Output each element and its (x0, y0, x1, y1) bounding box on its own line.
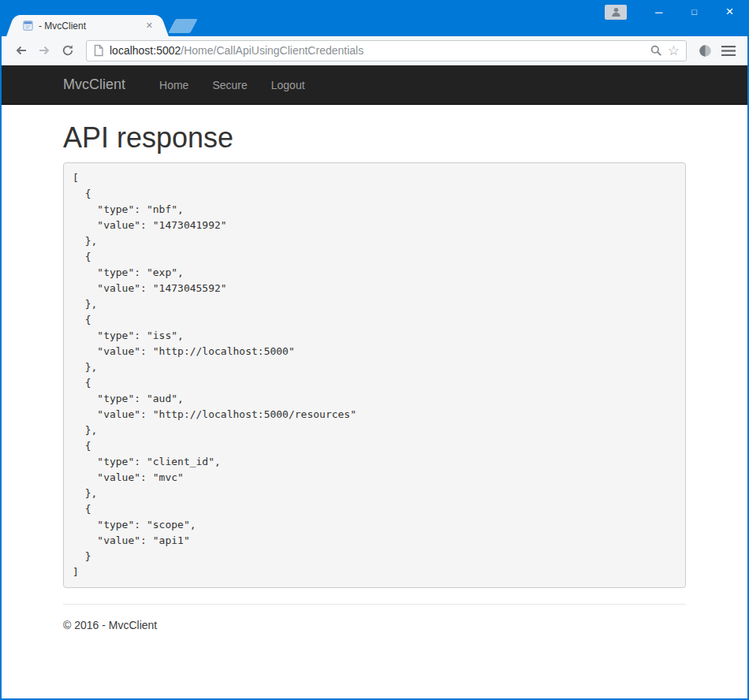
menu-icon[interactable] (717, 39, 740, 61)
minimize-button[interactable]: ─ (641, 0, 676, 24)
page-title: API response (63, 121, 686, 155)
footer-divider (63, 604, 686, 605)
profile-icon[interactable] (605, 5, 627, 20)
tab-close-icon[interactable]: ✕ (144, 20, 155, 31)
new-tab-button[interactable] (168, 19, 198, 33)
api-response-json: [ { "type": "nbf", "value": "1473041992"… (63, 162, 686, 588)
site-footer: © 2016 - MvcClient (63, 619, 686, 631)
zoom-icon[interactable] (650, 44, 662, 57)
browser-toolbar: localhost:5002/Home/CallApiUsingClientCr… (2, 36, 747, 65)
favicon (22, 20, 34, 32)
url-text: localhost:5002/Home/CallApiUsingClientCr… (110, 44, 644, 57)
navbar-brand[interactable]: MvcClient (63, 76, 125, 93)
browser-window: - MvcClient ✕ ─ □ × localhost:5002/Ho (0, 0, 749, 700)
copyright-text: © 2016 - MvcClient (63, 619, 686, 631)
window-controls: ─ □ × (605, 0, 747, 24)
forward-button[interactable] (33, 39, 55, 61)
back-button[interactable] (9, 39, 32, 61)
site-navbar: MvcClient Home Secure Logout (2, 65, 747, 105)
reload-button[interactable] (57, 39, 79, 61)
close-button[interactable]: × (712, 0, 747, 24)
main-container: API response [ { "type": "nbf", "value":… (63, 105, 686, 639)
titlebar: - MvcClient ✕ ─ □ × (2, 0, 747, 36)
nav-link-home[interactable]: Home (147, 79, 200, 91)
maximize-button[interactable]: □ (676, 0, 712, 24)
tab-title: - MvcClient (39, 20, 144, 32)
page-icon (93, 44, 104, 57)
bookmark-star-icon[interactable]: ☆ (668, 44, 680, 58)
address-bar[interactable]: localhost:5002/Home/CallApiUsingClientCr… (86, 40, 687, 61)
browser-tab[interactable]: - MvcClient ✕ (16, 15, 159, 36)
url-host: localhost:5002 (110, 44, 181, 57)
nav-link-secure[interactable]: Secure (200, 79, 259, 91)
navbar-inner: MvcClient Home Secure Logout (63, 65, 686, 104)
extension-icon[interactable] (694, 39, 716, 61)
page-content: MvcClient Home Secure Logout API respons… (2, 65, 747, 698)
nav-link-logout[interactable]: Logout (259, 79, 317, 91)
url-path: /Home/CallApiUsingClientCredentials (181, 44, 363, 57)
